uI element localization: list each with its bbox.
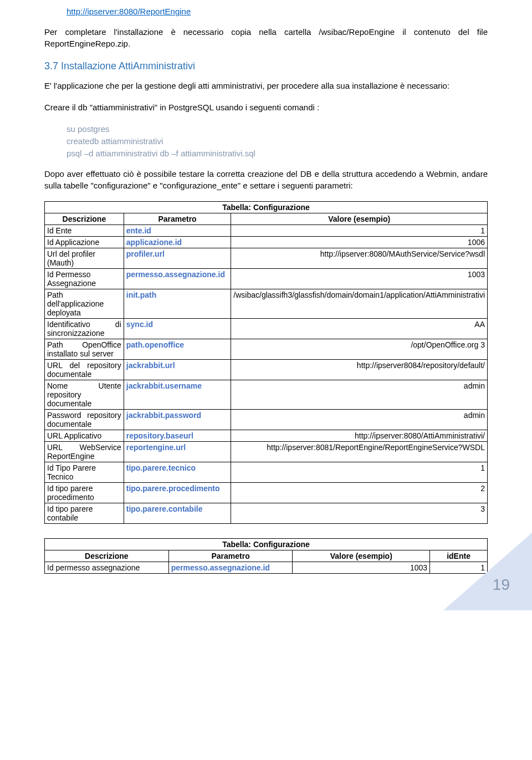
cell-val: 1 <box>231 462 488 483</box>
cell-param: jackrabbit.url <box>124 360 231 380</box>
table-title: Tabella: Configurazione <box>45 202 488 213</box>
cell-param: applicazione.id <box>124 237 231 248</box>
cell-val: 3 <box>231 503 488 524</box>
cell-desc: Path OpenOffice installato sul server <box>45 339 124 360</box>
cell-desc: Id tipo parere contabile <box>45 503 124 524</box>
cell-desc: URL del repository documentale <box>45 360 124 380</box>
paragraph-after-db: Dopo aver effettuato ciò è possibile tes… <box>44 168 488 191</box>
table-header-parametro: Parametro <box>168 550 293 562</box>
cell-val: http://ipserver8084/repository/default/ <box>231 360 488 380</box>
cell-desc: Url del profiler (Mauth) <box>45 248 124 269</box>
section-heading: 3.7 Installazione AttiAmministrativi <box>44 60 488 72</box>
cell-desc: Id Tipo Parere Tecnico <box>45 462 124 483</box>
cell-desc: Id Permesso Assegnazione <box>45 269 124 289</box>
table-header-descrizione: Descrizione <box>45 550 169 562</box>
cell-desc: Id Applicazione <box>45 237 124 248</box>
cell-desc: URL WebService ReportEngine <box>45 442 124 462</box>
cell-val: 1006 <box>231 237 488 248</box>
table-row: URL del repository documentalejackrabbit… <box>45 360 488 380</box>
table-row: Id tipo parere contabiletipo.parere.cont… <box>45 503 488 524</box>
cell-param: path.openoffice <box>124 339 231 360</box>
cell-val: /opt/OpenOffice.org 3 <box>231 339 488 360</box>
cell-param: ente.id <box>124 225 231 237</box>
cell-param: permesso.assegnazione.id <box>168 562 293 574</box>
cell-param: tipo.parere.procedimento <box>124 483 231 503</box>
table-row: Password repository documentalejackrabbi… <box>45 410 488 430</box>
code-line: su postgres <box>66 123 488 135</box>
cell-param: init.path <box>124 289 231 319</box>
table-row: Path OpenOffice installato sul serverpat… <box>45 339 488 360</box>
table-row: URL WebService ReportEnginereportengine.… <box>45 442 488 462</box>
cell-desc: Id Ente <box>45 225 124 237</box>
cell-desc: Id tipo parere procedimento <box>45 483 124 503</box>
cell-desc: URL Applicativo <box>45 430 124 442</box>
table-header-valore: Valore (esempio) <box>293 550 430 562</box>
cell-param: jackrabbit.password <box>124 410 231 430</box>
cell-val: http://ipserver:8081/ReportEngine/Report… <box>231 442 488 462</box>
table-configurazione-2: Tabella: Configurazione Descrizione Para… <box>44 538 488 574</box>
table-row: Id Applicazioneapplicazione.id1006 <box>45 237 488 248</box>
cell-param: permesso.assegnazione.id <box>124 269 231 289</box>
cell-val: /wsibac/glassifh3/glassfish/domain/domai… <box>231 289 488 319</box>
table-row: Url del profiler (Mauth)profiler.urlhttp… <box>45 248 488 269</box>
paragraph-app-desc: E' l'applicazione che per la gestione de… <box>44 80 488 91</box>
table-row: Path dell'applicazione deployatainit.pat… <box>45 289 488 319</box>
cell-val: 1003 <box>231 269 488 289</box>
page-number: 19 <box>493 576 510 594</box>
cell-val: http://ipserver:8080/MAuthService/Servic… <box>231 248 488 269</box>
cell-param: repository.baseurl <box>124 430 231 442</box>
cell-desc: Nome Utente repository documentale <box>45 380 124 410</box>
paragraph-intro: Per completare l'installazione è necessa… <box>44 26 488 49</box>
paragraph-db-instruction: Creare il db "attiamministrativi" in Pos… <box>44 101 488 113</box>
cell-val: 1 <box>231 225 488 237</box>
cell-val: admin <box>231 410 488 430</box>
cell-val: admin <box>231 380 488 410</box>
cell-val: AA <box>231 319 488 339</box>
cell-desc: Password repository documentale <box>45 410 124 430</box>
code-line: psql –d attiamministrativi db –f attiamm… <box>66 147 488 160</box>
table-header-descrizione: Descrizione <box>45 213 124 225</box>
cell-param: jackrabbit.username <box>124 380 231 410</box>
code-block: su postgres createdb attiamministrativi … <box>44 123 488 159</box>
cell-val: 1003 <box>293 562 430 574</box>
cell-desc: Id permesso assegnazione <box>45 562 169 574</box>
cell-param: reportengine.url <box>124 442 231 462</box>
table-row: Id tipo parere procedimentotipo.parere.p… <box>45 483 488 503</box>
cell-param: tipo.parere.tecnico <box>124 462 231 483</box>
cell-desc: Path dell'applicazione deployata <box>45 289 124 319</box>
table-header-parametro: Parametro <box>124 213 231 225</box>
table-row: Id permesso assegnazione permesso.assegn… <box>45 562 488 574</box>
code-line: createdb attiamministrativi <box>66 135 488 147</box>
table-row: URL Applicativorepository.baseurlhttp://… <box>45 430 488 442</box>
table-row: Nome Utente repository documentalejackra… <box>45 380 488 410</box>
table-title: Tabella: Configurazione <box>45 539 488 550</box>
table-row: Id Enteente.id1 <box>45 225 488 237</box>
table-row: Identificativo di sincronizzazionesync.i… <box>45 319 488 339</box>
table-configurazione-1: Tabella: Configurazione Descrizione Para… <box>44 201 488 524</box>
table-row: Id Permesso Assegnazionepermesso.assegna… <box>45 269 488 289</box>
cell-desc: Identificativo di sincronizzazione <box>45 319 124 339</box>
cell-param: profiler.url <box>124 248 231 269</box>
cell-val: http://ipserver:8080/AttiAmministrativi/ <box>231 430 488 442</box>
cell-param: sync.id <box>124 319 231 339</box>
cell-param: tipo.parere.contabile <box>124 503 231 524</box>
decorative-corner <box>443 533 532 610</box>
table-header-valore: Valore (esempio) <box>231 213 488 225</box>
cell-val: 2 <box>231 483 488 503</box>
page-url-link[interactable]: http://ipserver:8080/ReportEngine <box>66 7 488 16</box>
table-row: Id Tipo Parere Tecnicotipo.parere.tecnic… <box>45 462 488 483</box>
